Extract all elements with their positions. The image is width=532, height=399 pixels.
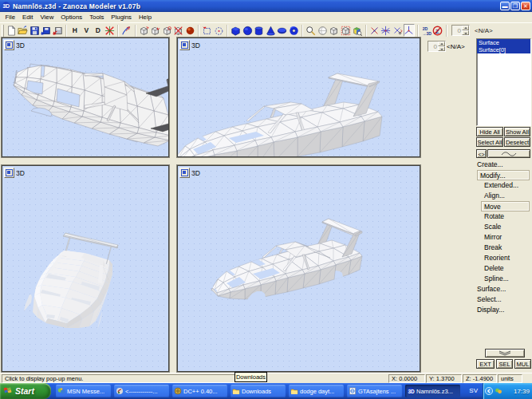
toolbar-spinner[interactable]: 0 [451,25,470,36]
prim-disc-button[interactable] [277,24,289,37]
v-view-button[interactable]: V [81,24,93,37]
viewport-mode-button[interactable] [179,168,190,178]
export-button[interactable] [52,24,64,37]
command-modify[interactable]: Modify... [477,170,530,180]
vertex-star-button[interactable] [380,24,392,37]
z-lock-button[interactable]: Z [432,24,444,37]
vertex-cross-button[interactable] [368,24,380,37]
command-move[interactable]: Move [481,201,530,211]
tray-chevron-icon[interactable] [485,387,493,395]
prim-torus-button[interactable] [288,24,300,37]
taskbar-task-1[interactable]: <------------... [114,385,169,397]
command-extended[interactable]: Extended... [484,180,518,190]
deselect-button[interactable]: Deselect [504,137,530,147]
open-file-button[interactable] [18,24,30,37]
command-display[interactable]: Display... [477,305,504,314]
view-cube-off-button[interactable] [173,24,185,37]
viewport-mode-button[interactable] [179,40,190,50]
minimize-button[interactable]: ▬ [500,2,510,10]
viewport-top-right[interactable]: 3D [177,38,420,157]
prim-sphere-button[interactable] [242,24,254,37]
menu-file[interactable]: File [2,13,19,22]
menu-edit[interactable]: Edit [19,13,37,22]
view-cube-2-button[interactable] [150,24,162,37]
taskbar-task-0[interactable]: MSN Messe... [56,385,111,397]
list-item-surface[interactable]: Surface [477,39,530,46]
sphere-tool-button[interactable] [317,24,329,37]
start-button[interactable]: Start [0,383,51,399]
render-sphere-button[interactable] [184,24,196,37]
wave-button[interactable] [487,149,530,158]
menu-options[interactable]: Options [57,13,86,22]
list-item-surface0[interactable]: Surface[0] [477,46,530,53]
command-reorient[interactable]: Reorient [484,253,510,263]
vertex-triad-button[interactable] [404,24,416,37]
taskbar-task-4[interactable]: dodge dayt... [289,385,344,397]
view-cube-1-button[interactable] [138,24,150,37]
viewport-mode-button[interactable] [4,168,14,178]
sidebar-selector[interactable]: <N/A> [447,43,465,50]
prim-cone-button[interactable] [265,24,277,37]
command-spline[interactable]: Spline... [484,274,509,283]
save-file-button[interactable] [29,24,41,37]
wire-cube-button[interactable] [329,24,341,37]
command-select[interactable]: Select... [477,294,502,304]
command-delete[interactable]: Delete [484,263,504,273]
select-cube-button[interactable] [340,24,352,37]
ext-mode-button[interactable]: EXT [476,359,495,369]
menu-plugins[interactable]: Plugins [108,13,136,22]
spinner-down-icon[interactable] [462,30,469,35]
command-surface[interactable]: Surface... [477,284,506,294]
show-all-button[interactable]: Show All [504,127,530,136]
sel-mode-button[interactable]: SEL [496,359,513,369]
viewport-mode-button[interactable] [4,40,14,50]
close-button[interactable]: ✕ [521,2,530,10]
select-all-button[interactable]: Select All [476,137,503,147]
titlebar[interactable]: 3D Namnlös.z3d - Zanoza Modeler v1.07b ▬… [0,0,532,12]
taskbar-task-6[interactable]: 3DNamnlös.z3... [405,385,460,397]
command-scale[interactable]: Scale [484,222,501,231]
sidebar-spinner[interactable]: 0 [428,41,446,52]
restore-button[interactable]: ❐ [510,2,520,10]
spinner-arrows[interactable] [462,26,469,35]
import-button[interactable] [41,24,53,37]
hide-all-button[interactable]: Hide All [476,127,503,136]
vertex-lasso-button[interactable] [392,24,404,37]
command-create[interactable]: Create... [477,160,503,169]
viewport-top-left[interactable]: 3D [2,38,169,157]
taskbar-task-2[interactable]: DC++ 0.40... [172,385,227,397]
d-view-button[interactable]: D [93,24,104,37]
tray-messenger-icon[interactable] [495,387,502,395]
reset-axes-button[interactable] [104,24,116,37]
toolbar-selector[interactable]: <N/A> [475,27,493,34]
taskbar-task-3[interactable]: Downloads [231,385,286,397]
command-break[interactable]: Break [484,243,502,252]
expand-commands-button[interactable] [485,349,525,358]
spinner-down-icon[interactable] [438,46,445,51]
select-rect-button[interactable] [202,24,214,37]
viewport-bottom-left[interactable]: 3D [2,165,169,372]
collapse-button[interactable]: <> [476,149,487,158]
command-align[interactable]: Align... [484,191,505,200]
h-view-button[interactable]: H [69,24,81,37]
select-circle-button[interactable] [213,24,225,37]
spinner-arrows[interactable] [438,41,445,51]
new-file-button[interactable] [6,24,18,37]
material-cube-button[interactable] [352,24,364,37]
command-rotate[interactable]: Rotate [484,211,504,221]
zoom-button[interactable] [305,24,317,37]
filter-button[interactable] [121,24,133,37]
command-mirror[interactable]: Mirror [484,232,502,242]
taskbar-task-5[interactable]: GTAsajtens ... [347,385,402,397]
menu-help[interactable]: Help [135,13,155,22]
prim-cylinder-button[interactable] [254,24,266,37]
mul-mode-button[interactable]: MUL [514,359,531,369]
language-indicator[interactable]: SV [469,387,478,394]
view-cube-3-button[interactable] [161,24,173,37]
menu-view[interactable]: View [37,13,57,22]
menu-tools[interactable]: Tools [86,13,108,22]
viewport-bottom-right[interactable]: 3D [177,165,420,372]
prim-cube-button[interactable] [231,24,242,37]
surface-listbox[interactable]: Surface Surface[0] [476,38,531,126]
mode-2d3d-button[interactable]: 2D→3D [420,24,432,37]
